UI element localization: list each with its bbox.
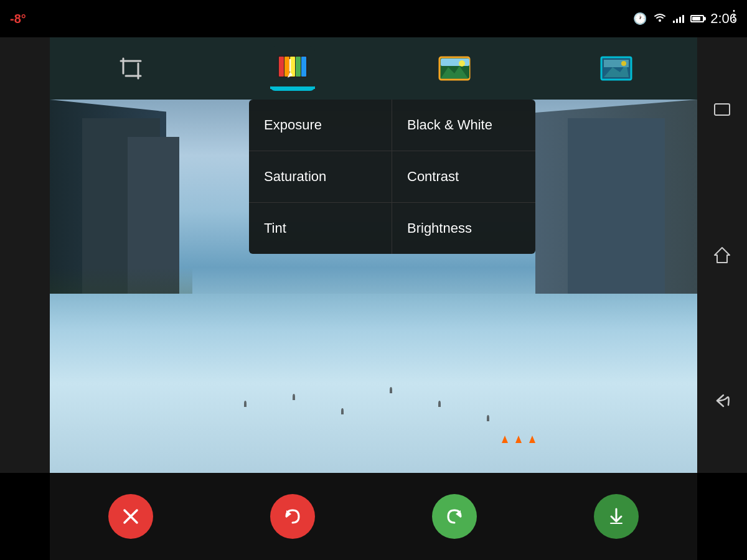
save-button[interactable] [594,494,639,539]
signal-icon [673,14,684,23]
exposure-menu-item[interactable]: Exposure [249,100,392,151]
battery-icon [690,15,704,22]
home-button[interactable] [713,246,731,264]
svg-rect-9 [296,57,301,77]
brightness-menu-item[interactable]: Brightness [392,203,535,254]
svg-point-17 [459,60,465,67]
svg-point-22 [621,61,626,66]
cancel-button[interactable] [108,494,153,539]
black-white-menu-item[interactable]: Black & White [392,100,535,151]
frame-tool-button[interactable] [594,46,639,91]
main-image-area: Exposure Saturation Tint Black & White [50,100,697,473]
right-nav [697,37,747,473]
svg-point-0 [659,19,661,22]
main-toolbar [50,37,697,100]
svg-rect-7 [284,57,289,77]
tint-menu-item[interactable]: Tint [249,203,392,254]
svg-rect-16 [441,58,469,66]
color-adjustment-menu: Exposure Saturation Tint Black & White [249,100,535,254]
wifi-icon [653,12,667,25]
alarm-icon: 🕐 [633,12,647,26]
recent-apps-button[interactable] [713,103,731,116]
left-nav [0,37,50,473]
saturation-menu-item[interactable]: Saturation [249,151,392,203]
temperature-display: -8° [10,12,26,26]
svg-rect-10 [301,57,306,77]
right-menu-column: Black & White Contrast Brightness [392,100,535,254]
photo-canvas: Exposure Saturation Tint Black & White [50,100,697,473]
contrast-menu-item[interactable]: Contrast [392,151,535,203]
enhance-tool-button[interactable] [432,46,477,91]
svg-rect-6 [279,57,284,77]
left-menu-column: Exposure Saturation Tint [249,100,392,254]
svg-rect-29 [610,523,622,524]
status-icons: 🕐 2:06 [633,11,737,27]
more-options-icon[interactable]: ⋮ [727,7,741,24]
redo-button[interactable] [432,494,477,539]
color-tool-button[interactable] [270,46,315,91]
undo-button[interactable] [270,494,315,539]
svg-marker-24 [715,248,730,263]
crop-tool-button[interactable] [108,46,153,91]
status-bar: -8° 🕐 2:06 ⋮ [0,0,747,37]
back-button[interactable] [713,394,731,408]
bottom-toolbar [50,473,697,560]
svg-rect-23 [715,104,730,115]
